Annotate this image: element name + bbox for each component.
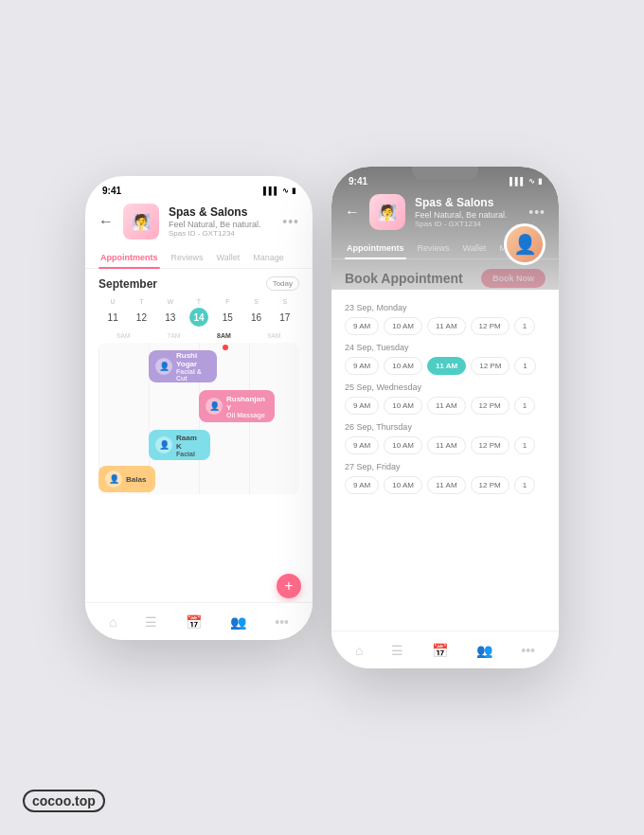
day-col-1: T 12 — [127, 298, 155, 327]
business-info-left: Spas & Salons Feel Natural, Be natural. … — [169, 205, 273, 238]
more-button-right[interactable]: ••• — [528, 204, 546, 220]
tab-appointments-left[interactable]: Appointments — [98, 247, 160, 268]
nav-list-left[interactable]: ☰ — [145, 614, 157, 630]
signal-icon: ▌▌▌ — [263, 187, 279, 195]
day-col-6: S 17 — [271, 298, 299, 327]
watermark-text: cocoo.top — [23, 790, 105, 812]
notch-right — [412, 167, 478, 180]
day-col-4: F 15 — [213, 298, 242, 327]
slot-1-2[interactable]: 11 AM — [427, 357, 466, 375]
slot-2-3[interactable]: 12 PM — [471, 397, 510, 415]
tab-wallet-right[interactable]: Wallet — [461, 238, 489, 258]
slot-4-3[interactable]: 12 PM — [471, 476, 510, 494]
time-slots-1: 9 AM 10 AM 11 AM 12 PM 1 — [345, 357, 546, 375]
day-col-3: T 14 — [185, 298, 213, 327]
time-slots-3: 9 AM 10 AM 11 AM 12 PM 1 — [345, 436, 546, 454]
date-row-4: 27 Sep, Friday 9 AM 10 AM 11 AM 12 PM 1 — [345, 462, 546, 494]
business-id-left: Spas ID - GXT1234 — [169, 229, 273, 238]
day-col-2: W 13 — [156, 298, 185, 327]
slot-4-4[interactable]: 1 — [514, 476, 535, 494]
business-name-right: Spas & Salons — [415, 196, 519, 209]
back-button-right[interactable]: ← — [345, 204, 360, 221]
appointment-balas[interactable]: 👤 Balas — [98, 466, 155, 492]
slot-2-0[interactable]: 9 AM — [345, 397, 379, 415]
date-row-3: 26 Sep, Thursday 9 AM 10 AM 11 AM 12 PM … — [345, 422, 546, 454]
slot-1-3[interactable]: 12 PM — [471, 357, 510, 375]
day-label-4: F — [225, 298, 229, 305]
slot-3-2[interactable]: 11 AM — [427, 436, 466, 454]
business-header-left: ← 🧖 Spas & Salons Feel Natural, Be natur… — [85, 200, 313, 247]
slot-0-1[interactable]: 10 AM — [384, 317, 422, 335]
time-label-1: 7AM — [149, 332, 199, 339]
slot-4-2[interactable]: 11 AM — [427, 476, 466, 494]
status-time-left: 9:41 — [102, 186, 121, 196]
slot-1-1[interactable]: 10 AM — [384, 357, 422, 375]
slot-3-1[interactable]: 10 AM — [384, 436, 422, 454]
slot-2-2[interactable]: 11 AM — [427, 397, 466, 415]
slot-4-0[interactable]: 9 AM — [345, 476, 379, 494]
date-label-0: 23 Sep, Monday — [345, 303, 546, 312]
dates-list: 23 Sep, Monday 9 AM 10 AM 11 AM 12 PM 1 … — [331, 303, 559, 502]
battery-icon: ▮ — [292, 187, 295, 195]
nav-users-right[interactable]: 👥 — [476, 643, 492, 658]
day-num-5[interactable]: 16 — [247, 308, 266, 327]
tab-appointments-right[interactable]: Appointments — [345, 238, 406, 258]
tab-reviews-left[interactable]: Reviews — [170, 247, 206, 268]
tab-wallet-left[interactable]: Wallet — [215, 247, 242, 268]
notch-left — [166, 176, 232, 189]
appt-avatar-rushi: 👤 — [155, 358, 172, 375]
back-button-left[interactable]: ← — [98, 213, 114, 230]
watermark: cocoo.top — [23, 790, 105, 812]
slot-0-0[interactable]: 9 AM — [345, 317, 379, 335]
nav-users-left[interactable]: 👥 — [230, 614, 246, 630]
status-time-right: 9:41 — [349, 176, 367, 187]
appointment-raam[interactable]: 👤 Raam K Facial — [149, 430, 210, 460]
day-label-6: S — [282, 298, 287, 305]
appt-avatar-balas: 👤 — [105, 471, 122, 488]
nav-more-left[interactable]: ••• — [275, 614, 289, 630]
bottom-nav-left: ⌂ ☰ 📅 👥 ••• — [85, 602, 313, 640]
day-num-2[interactable]: 13 — [161, 308, 180, 327]
appt-info-raam: Raam K Facial — [176, 434, 204, 457]
slot-1-0[interactable]: 9 AM — [345, 357, 379, 375]
day-num-6[interactable]: 17 — [276, 308, 295, 327]
slot-0-2[interactable]: 11 AM — [427, 317, 466, 335]
day-num-3[interactable]: 14 — [189, 308, 208, 327]
appointment-rushanjan[interactable]: 👤 Rushanjan Y Oil Massage — [199, 390, 275, 422]
day-num-0[interactable]: 11 — [103, 308, 122, 327]
right-phone: 9:41 ▌▌▌ ∿ ▮ ← 🧖 Spas & Salons Feel Natu… — [331, 167, 559, 668]
slot-2-4[interactable]: 1 — [514, 397, 535, 415]
nav-list-right[interactable]: ☰ — [391, 643, 403, 658]
nav-home-right[interactable]: ⌂ — [355, 643, 363, 658]
slot-0-4[interactable]: 1 — [514, 317, 535, 335]
fab-button[interactable]: + — [277, 574, 301, 598]
timeline: 6AM 7AM 8AM 9AM 👤 — [98, 332, 299, 503]
appointment-rushi[interactable]: 👤 Rushi Yogar Facial & Cut — [149, 350, 217, 382]
date-row-1: 24 Sep, Tuesday 9 AM 10 AM 11 AM 12 PM 1 — [345, 343, 546, 375]
slot-1-4[interactable]: 1 — [514, 357, 535, 375]
day-num-4[interactable]: 15 — [218, 308, 237, 327]
slot-3-3[interactable]: 12 PM — [471, 436, 510, 454]
day-col-5: S 16 — [242, 298, 270, 327]
slot-3-0[interactable]: 9 AM — [345, 436, 379, 454]
battery-icon-right: ▮ — [538, 177, 542, 186]
wifi-icon: ∿ — [282, 187, 289, 195]
nav-calendar-left[interactable]: 📅 — [186, 614, 202, 630]
business-id-right: Spas ID - GXT1234 — [415, 220, 519, 228]
day-label-2: W — [167, 298, 173, 305]
business-tagline-left: Feel Natural, Be natural. — [169, 220, 273, 229]
slot-3-4[interactable]: 1 — [514, 436, 535, 454]
slot-0-3[interactable]: 12 PM — [471, 317, 510, 335]
nav-calendar-right[interactable]: 📅 — [432, 643, 448, 658]
more-button-left[interactable]: ••• — [282, 214, 299, 229]
today-button[interactable]: Today — [266, 276, 299, 291]
date-label-2: 25 Sep, Wednesday — [345, 382, 546, 392]
slot-2-1[interactable]: 10 AM — [384, 397, 422, 415]
tab-reviews-right[interactable]: Reviews — [416, 238, 452, 258]
slot-4-1[interactable]: 10 AM — [384, 476, 422, 494]
nav-home-left[interactable]: ⌂ — [109, 614, 116, 630]
day-num-1[interactable]: 12 — [132, 308, 151, 327]
nav-more-right[interactable]: ••• — [521, 643, 535, 658]
tab-manage-left[interactable]: Manage — [251, 247, 286, 268]
date-label-3: 26 Sep, Thursday — [345, 422, 546, 432]
